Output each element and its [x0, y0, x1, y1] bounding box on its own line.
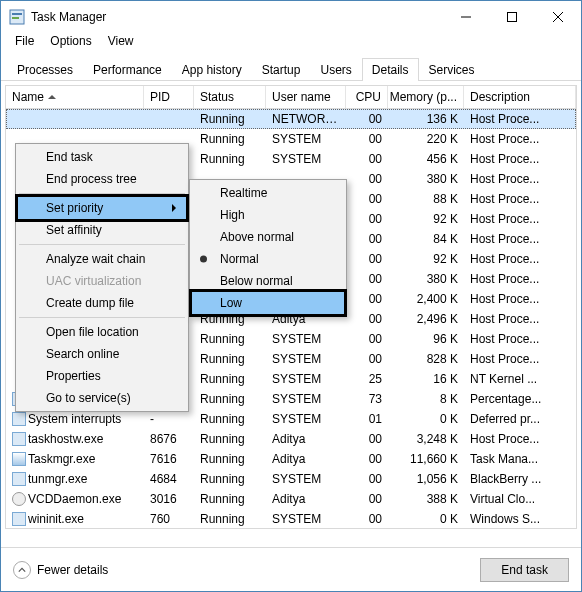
cell-mem: 92 K: [388, 210, 464, 228]
table-row[interactable]: Taskmgr.exe7616RunningAditya0011,660 KTa…: [6, 449, 576, 469]
cell-mem: 220 K: [388, 130, 464, 148]
column-description[interactable]: Description: [464, 86, 576, 108]
cell-cpu: 00: [346, 170, 388, 188]
cell-cpu: 00: [346, 210, 388, 228]
column-user[interactable]: User name: [266, 86, 346, 108]
column-status[interactable]: Status: [194, 86, 266, 108]
menu-item-properties[interactable]: Properties: [18, 365, 186, 387]
cell-status: Running: [194, 410, 266, 428]
cell-status: Running: [194, 370, 266, 388]
cell-mem: 456 K: [388, 150, 464, 168]
tab-users[interactable]: Users: [310, 58, 361, 81]
process-icon: [12, 492, 26, 506]
cell-desc: Host Proce...: [464, 290, 576, 308]
cell-mem: 136 K: [388, 110, 464, 128]
cell-cpu: 25: [346, 370, 388, 388]
cell-cpu: 00: [346, 490, 388, 508]
process-icon: [12, 472, 26, 486]
context-menu: End taskEnd process treeSet prioritySet …: [15, 143, 189, 412]
menu-file[interactable]: File: [7, 32, 42, 53]
table-row[interactable]: System interrupts-RunningSYSTEM010 KDefe…: [6, 409, 576, 429]
end-task-button[interactable]: End task: [480, 558, 569, 582]
cell-name: VCDDaemon.exe: [6, 490, 144, 508]
cell-name: System interrupts: [6, 410, 144, 428]
window-controls: [443, 1, 581, 32]
column-name[interactable]: Name: [6, 86, 144, 108]
cell-mem: 0 K: [388, 410, 464, 428]
cell-mem: 11,660 K: [388, 450, 464, 468]
cell-desc: Host Proce...: [464, 270, 576, 288]
column-pid[interactable]: PID: [144, 86, 194, 108]
cell-status: Running: [194, 110, 266, 128]
cell-cpu: 00: [346, 310, 388, 328]
svg-rect-2: [12, 17, 19, 19]
priority-above-normal[interactable]: Above normal: [192, 226, 344, 248]
tab-app-history[interactable]: App history: [172, 58, 252, 81]
table-row[interactable]: RunningNETWORK...00136 KHost Proce...: [6, 109, 576, 129]
menu-item-create-dump-file[interactable]: Create dump file: [18, 292, 186, 314]
cell-desc: NT Kernel ...: [464, 370, 576, 388]
cell-desc: Host Proce...: [464, 210, 576, 228]
app-icon: [9, 9, 25, 25]
fewer-details-button[interactable]: Fewer details: [13, 561, 108, 579]
cell-mem: 88 K: [388, 190, 464, 208]
menu-item-go-to-service-s-[interactable]: Go to service(s): [18, 387, 186, 409]
tab-details[interactable]: Details: [362, 58, 419, 81]
cell-cpu: 01: [346, 410, 388, 428]
cell-cpu: 00: [346, 130, 388, 148]
priority-normal[interactable]: Normal: [192, 248, 344, 270]
cell-desc: Host Proce...: [464, 170, 576, 188]
close-button[interactable]: [535, 1, 581, 32]
cell-desc: Deferred pr...: [464, 410, 576, 428]
menu-separator: [19, 244, 185, 245]
tab-performance[interactable]: Performance: [83, 58, 172, 81]
cell-mem: 84 K: [388, 230, 464, 248]
menu-item-end-task[interactable]: End task: [18, 146, 186, 168]
priority-low[interactable]: Low: [192, 292, 344, 314]
tab-bar: ProcessesPerformanceApp historyStartupUs…: [1, 53, 581, 81]
menu-item-set-priority[interactable]: Set priority: [18, 197, 186, 219]
cell-desc: Host Proce...: [464, 130, 576, 148]
priority-realtime[interactable]: Realtime: [192, 182, 344, 204]
cell-cpu: 73: [346, 390, 388, 408]
cell-cpu: 00: [346, 190, 388, 208]
menu-item-end-process-tree[interactable]: End process tree: [18, 168, 186, 190]
cell-desc: Percentage...: [464, 390, 576, 408]
table-row[interactable]: taskhostw.exe8676RunningAditya003,248 KH…: [6, 429, 576, 449]
priority-below-normal[interactable]: Below normal: [192, 270, 344, 292]
menu-separator: [19, 317, 185, 318]
cell-mem: 2,400 K: [388, 290, 464, 308]
column-memory[interactable]: Memory (p...: [388, 86, 464, 108]
cell-desc: Virtual Clo...: [464, 490, 576, 508]
cell-pid: 760: [144, 510, 194, 528]
cell-status: Running: [194, 130, 266, 148]
tab-processes[interactable]: Processes: [7, 58, 83, 81]
menu-item-open-file-location[interactable]: Open file location: [18, 321, 186, 343]
column-cpu[interactable]: CPU: [346, 86, 388, 108]
cell-desc: Host Proce...: [464, 250, 576, 268]
cell-cpu: 00: [346, 510, 388, 528]
menu-item-analyze-wait-chain[interactable]: Analyze wait chain: [18, 248, 186, 270]
table-row[interactable]: wininit.exe760RunningSYSTEM000 KWindows …: [6, 509, 576, 529]
table-row[interactable]: tunmgr.exe4684RunningSYSTEM001,056 KBlac…: [6, 469, 576, 489]
cell-mem: 380 K: [388, 170, 464, 188]
table-row[interactable]: VCDDaemon.exe3016RunningAditya00388 KVir…: [6, 489, 576, 509]
cell-name: tunmgr.exe: [6, 470, 144, 488]
cell-mem: 380 K: [388, 270, 464, 288]
tab-startup[interactable]: Startup: [252, 58, 311, 81]
cell-cpu: 00: [346, 430, 388, 448]
menu-item-set-affinity[interactable]: Set affinity: [18, 219, 186, 241]
priority-high[interactable]: High: [192, 204, 344, 226]
minimize-button[interactable]: [443, 1, 489, 32]
tab-services[interactable]: Services: [419, 58, 485, 81]
menu-separator: [19, 193, 185, 194]
menu-view[interactable]: View: [100, 32, 142, 53]
radio-checked-icon: [200, 256, 207, 263]
menu-item-search-online[interactable]: Search online: [18, 343, 186, 365]
cell-user: SYSTEM: [266, 350, 346, 368]
cell-user: SYSTEM: [266, 410, 346, 428]
cell-desc: Host Proce...: [464, 310, 576, 328]
menu-options[interactable]: Options: [42, 32, 99, 53]
cell-user: Aditya: [266, 490, 346, 508]
maximize-button[interactable]: [489, 1, 535, 32]
